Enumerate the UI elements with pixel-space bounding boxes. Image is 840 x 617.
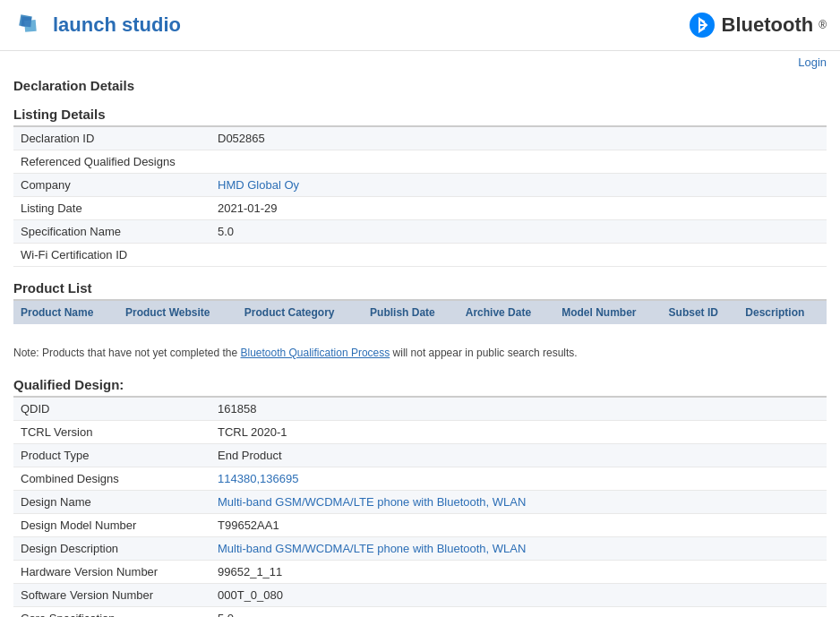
qd-label: QDID — [13, 398, 210, 421]
qd-label: Software Version Number — [13, 584, 210, 607]
qd-value: 5.0 — [210, 607, 827, 618]
qd-row: QDID161858 — [13, 398, 827, 421]
product-list-table: Product NameProduct WebsiteProduct Categ… — [13, 301, 827, 333]
product-column-header: Product Website — [118, 301, 237, 324]
bluetooth-icon — [688, 11, 716, 39]
product-list-section: Product List Product NameProduct Website… — [13, 280, 827, 364]
qd-row: Design NameMulti-band GSM/WCDMA/LTE phon… — [13, 491, 827, 514]
listing-row: CompanyHMD Global Oy — [13, 174, 827, 197]
qd-value: 161858 — [210, 398, 827, 421]
listing-label: Wi-Fi Certification ID — [13, 244, 210, 267]
qd-row: Design DescriptionMulti-band GSM/WCDMA/L… — [13, 537, 827, 561]
qd-value: TCRL 2020-1 — [210, 421, 827, 444]
qd-label: Design Name — [13, 491, 210, 514]
listing-value: HMD Global Oy — [210, 174, 827, 197]
product-column-header: Subset ID — [662, 301, 739, 324]
listing-details-section: Listing Details Declaration IDD052865Ref… — [13, 107, 827, 267]
bluetooth-logo: Bluetooth® — [688, 11, 827, 39]
qd-value: Multi-band GSM/WCDMA/LTE phone with Blue… — [210, 537, 827, 561]
qd-row: Hardware Version Number99652_1_11 — [13, 561, 827, 584]
listing-label: Company — [13, 174, 210, 197]
listing-label: Referenced Qualified Designs — [13, 150, 210, 174]
listing-label: Listing Date — [13, 197, 210, 220]
qd-label: Design Description — [13, 537, 210, 561]
qd-row: Product TypeEnd Product — [13, 444, 827, 467]
product-note: Note: Products that have not yet complet… — [13, 342, 827, 364]
qd-value: 99652_1_11 — [210, 561, 827, 584]
listing-row: Specification Name5.0 — [13, 220, 827, 244]
header: launch studio Bluetooth® — [0, 0, 840, 51]
product-column-header: Product Category — [237, 301, 363, 324]
logo-area: launch studio — [13, 9, 181, 41]
qd-label: Combined Designs — [13, 467, 210, 491]
listing-value: 2021-01-29 — [210, 197, 827, 220]
qd-row: Design Model NumberT99652AA1 — [13, 514, 827, 537]
svg-rect-2 — [21, 17, 32, 28]
product-column-header: Description — [738, 301, 827, 324]
listing-row: Wi-Fi Certification ID — [13, 244, 827, 267]
qualified-design-table: QDID161858TCRL VersionTCRL 2020-1Product… — [13, 398, 827, 617]
listing-details-title: Listing Details — [13, 107, 827, 127]
product-column-header: Archive Date — [459, 301, 554, 324]
launch-studio-icon — [13, 9, 46, 41]
listing-row: Referenced Qualified Designs — [13, 150, 827, 174]
qd-row: Combined Designs114380,136695 — [13, 467, 827, 491]
product-column-header: Model Number — [554, 301, 661, 324]
logo-text: launch studio — [53, 13, 181, 37]
product-list-title: Product List — [13, 280, 827, 301]
product-table-empty-row — [13, 324, 827, 333]
qd-label: Design Model Number — [13, 514, 210, 537]
listing-value: D052865 — [210, 127, 827, 150]
product-column-header: Product Name — [13, 301, 118, 324]
listing-value-link[interactable]: HMD Global Oy — [218, 178, 299, 192]
login-area: Login — [0, 51, 840, 69]
qd-row: TCRL VersionTCRL 2020-1 — [13, 421, 827, 444]
qualified-design-section: Qualified Design: QDID161858TCRL Version… — [13, 377, 827, 617]
qd-label: Core Specification — [13, 607, 210, 618]
listing-details-table: Declaration IDD052865Referenced Qualifie… — [13, 127, 827, 267]
listing-row: Listing Date2021-01-29 — [13, 197, 827, 220]
qd-value-link[interactable]: 114380,136695 — [218, 472, 298, 485]
login-link[interactable]: Login — [798, 56, 827, 69]
bluetooth-label: Bluetooth — [722, 13, 814, 37]
qd-value: End Product — [210, 444, 827, 467]
main-content: Declaration Details Listing Details Decl… — [0, 69, 840, 617]
qd-value: T99652AA1 — [210, 514, 827, 537]
listing-label: Declaration ID — [13, 127, 210, 150]
qd-value-link[interactable]: Multi-band GSM/WCDMA/LTE phone with Blue… — [218, 542, 526, 555]
qd-row: Core Specification5.0 — [13, 607, 827, 618]
bluetooth-qualification-link[interactable]: Bluetooth Qualification Process — [240, 347, 390, 359]
page-title: Declaration Details — [13, 78, 827, 93]
qd-label: TCRL Version — [13, 421, 210, 444]
listing-value — [210, 150, 827, 174]
qualified-design-title: Qualified Design: — [13, 377, 827, 398]
qd-label: Product Type — [13, 444, 210, 467]
listing-value: 5.0 — [210, 220, 827, 244]
qd-label: Hardware Version Number — [13, 561, 210, 584]
product-column-header: Publish Date — [363, 301, 459, 324]
listing-label: Specification Name — [13, 220, 210, 244]
listing-value — [210, 244, 827, 267]
qd-value: 000T_0_080 — [210, 584, 827, 607]
qd-value-link[interactable]: Multi-band GSM/WCDMA/LTE phone with Blue… — [218, 495, 526, 509]
qd-value: 114380,136695 — [210, 467, 827, 491]
qd-value: Multi-band GSM/WCDMA/LTE phone with Blue… — [210, 491, 827, 514]
product-table-header: Product NameProduct WebsiteProduct Categ… — [13, 301, 827, 324]
qd-row: Software Version Number000T_0_080 — [13, 584, 827, 607]
listing-row: Declaration IDD052865 — [13, 127, 827, 150]
